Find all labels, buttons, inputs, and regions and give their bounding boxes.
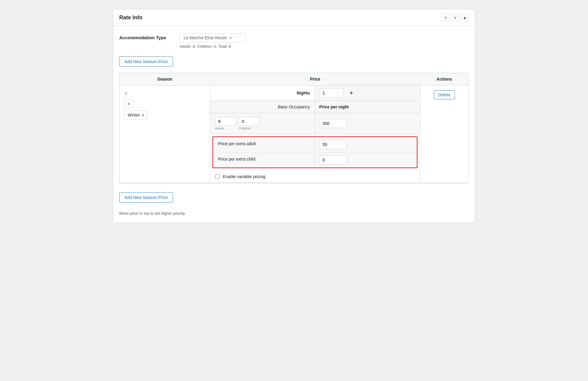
row-collapse-button[interactable]: ∨ — [124, 99, 133, 108]
add-night-button[interactable]: + — [347, 89, 356, 97]
collapse-up-button[interactable]: ∧ — [442, 14, 449, 21]
adults-wrap: Adults — [215, 117, 236, 130]
extra-prices-highlighted: Price per extra adult Price per extra ch… — [213, 136, 417, 168]
panel-body: Accommodation Type Le Marche Etna House … — [113, 26, 475, 223]
adults-children-row: Adults Children — [210, 113, 420, 134]
accommodation-type-row: Accommodation Type Le Marche Etna House … — [119, 33, 469, 49]
season-select[interactable]: Winter ∨ — [124, 110, 148, 120]
accommodation-type-label: Accommodation Type — [119, 33, 180, 40]
add-season-price-bottom-button[interactable]: Add New Season Price — [119, 192, 173, 203]
accommodation-sub-info: Adults: 8, Children: 0, Total: 8 — [180, 44, 469, 49]
children-label: Children — [238, 126, 251, 130]
chevron-down-small-icon: ∨ — [127, 101, 130, 106]
panel-title: Rate Info — [119, 14, 142, 21]
accommodation-select[interactable]: Le Marche Etna House ∨ — [180, 33, 246, 42]
panel-controls: ∧ ∨ ▲ — [442, 14, 469, 21]
rate-info-panel: Rate Info ∧ ∨ ▲ Accommodation Type Le Ma… — [113, 9, 475, 223]
panel-header: Rate Info ∧ ∨ ▲ — [113, 9, 475, 26]
price-per-night-input[interactable] — [319, 119, 347, 128]
table-header: Season Price Actions — [120, 73, 468, 85]
season-select-value: Winter — [128, 113, 140, 117]
adults-label: Adults — [215, 126, 224, 130]
extra-child-label: Price per extra child — [213, 152, 315, 168]
extra-child-value-cell — [315, 152, 417, 168]
children-wrap: Children — [238, 117, 260, 130]
collapse-down-button[interactable]: ∨ — [451, 14, 459, 21]
adults-input[interactable] — [215, 117, 236, 126]
dropdown-arrow-icon: ∨ — [229, 36, 232, 40]
price-per-night-value-cell — [315, 113, 420, 134]
extra-adult-row: Price per extra adult — [213, 137, 417, 152]
variable-pricing-label: Enable variable pricing — [223, 174, 266, 179]
collapse-triangle-button[interactable]: ▲ — [461, 14, 469, 21]
season-col-right: Delete — [420, 85, 468, 183]
col-season-header: Season — [120, 73, 210, 85]
chevron-down-icon: ∨ — [454, 15, 457, 20]
accommodation-type-content: Le Marche Etna House ∨ Adults: 8, Childr… — [180, 33, 469, 49]
adults-children-cell: Adults Children — [210, 113, 315, 134]
variable-pricing-row: Enable variable pricing — [210, 171, 420, 183]
extra-adult-input[interactable] — [319, 140, 347, 149]
extra-child-input[interactable] — [319, 155, 347, 165]
base-occ-header-row: Base Occupancy Price per night — [210, 101, 420, 113]
season-dropdown-icon: ∨ — [142, 113, 144, 117]
extra-adult-value-cell — [315, 137, 417, 152]
nights-value-cell: + — [315, 85, 420, 101]
season-table: Season Price Actions ≡ ∨ Winter ∨ — [119, 73, 469, 183]
price-per-night-label-cell: Price per night — [315, 101, 420, 113]
highlighted-section: Price per extra adult Price per extra ch… — [210, 134, 420, 171]
base-occ-label: Base Occupancy — [210, 101, 315, 113]
delete-button[interactable]: Delete — [434, 90, 455, 99]
extra-child-row: Price per extra child — [213, 152, 417, 168]
price-per-night-label: Price per night — [319, 104, 349, 109]
nights-input[interactable] — [319, 88, 344, 98]
add-season-price-top-button[interactable]: Add New Season Price — [119, 56, 173, 67]
variable-pricing-checkbox[interactable] — [215, 174, 220, 179]
triangle-up-icon: ▲ — [463, 15, 467, 20]
nights-label: Nights — [210, 85, 315, 101]
extra-adult-label: Price per extra adult — [213, 137, 315, 152]
plus-icon: + — [350, 89, 353, 97]
accommodation-select-value: Le Marche Etna House — [184, 35, 227, 40]
season-col-mid: Nights + Base Occupancy — [210, 85, 420, 183]
price-grid: Nights + Base Occupancy — [210, 85, 420, 171]
col-actions-header: Actions — [420, 73, 468, 85]
table-row: ≡ ∨ Winter ∨ Nights — [120, 85, 468, 183]
season-col-left: ≡ ∨ Winter ∨ — [120, 85, 210, 183]
chevron-up-icon: ∧ — [444, 15, 447, 20]
children-input[interactable] — [238, 117, 260, 126]
nights-row: Nights + — [210, 85, 420, 101]
footer-note: Move price to top to set higher priority… — [119, 209, 469, 216]
drag-handle-icon[interactable]: ≡ — [124, 90, 128, 97]
col-price-header: Price — [210, 73, 420, 85]
